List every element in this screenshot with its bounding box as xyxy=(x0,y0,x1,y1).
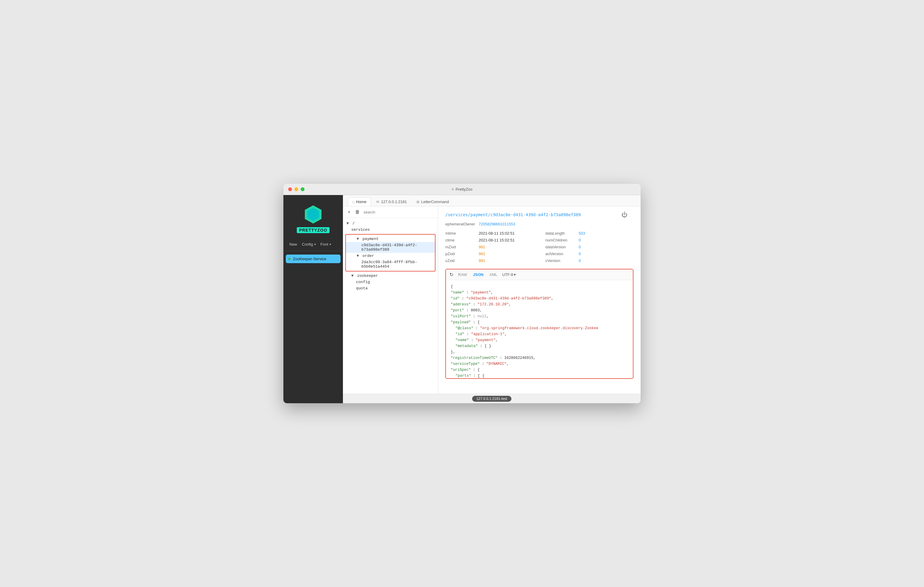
tab-home[interactable]: ⌂ Home xyxy=(348,197,371,206)
chevron-down-icon: ▾ xyxy=(514,272,516,277)
tree-content: ▼ / services ▼ payment xyxy=(343,218,438,394)
detail-row-aclversion: aclVersion 0 xyxy=(545,252,634,256)
ephem-owner-label: ephemeralOwner xyxy=(446,222,475,226)
tab-server[interactable]: ✉ 127.0.0.1:2181 xyxy=(372,198,411,206)
toggle-icon: ▼ xyxy=(346,221,349,226)
code-area: { "name" : "payment", "id" : "c9d3ac8e-d… xyxy=(446,280,633,378)
detail-row-cversion: cVersion 0 xyxy=(545,258,634,263)
viewer-toolbar: ↻ RAW JSON XML UTF-8 ▾ xyxy=(446,270,633,280)
tree-node-quota[interactable]: quota xyxy=(343,285,438,291)
code-line: "port" : 8003, xyxy=(451,307,628,313)
code-line: "sslPort" : null, xyxy=(451,313,628,319)
code-line: "parts" : [ { xyxy=(451,373,628,378)
titlebar: PrettyZoo xyxy=(284,184,640,195)
data-viewer: ↻ RAW JSON XML UTF-8 ▾ { "name" : "payme… xyxy=(446,269,634,379)
logo-hex xyxy=(303,204,323,225)
detail-row-mtime: mtime 2021-08-11 15:02:51 xyxy=(446,231,533,235)
sidebar-nav: ZooKeeper-Service xyxy=(284,251,343,267)
font-chevron-icon: ▾ xyxy=(330,243,331,246)
bottom-bar: 127.0.0.1:2181-test xyxy=(343,394,640,403)
detail-row-mzxid: mZxid 991 xyxy=(446,245,533,249)
window-title: PrettyZoo xyxy=(452,187,472,191)
delete-node-button[interactable]: 🗑 xyxy=(354,209,361,215)
tree-node-services[interactable]: services xyxy=(343,227,438,233)
title-text: PrettyZoo xyxy=(456,187,472,191)
detail-path: /services/payment/c9d3ac8e-d431-439d-a4f… xyxy=(446,212,634,217)
tree-node-order-uuid[interactable]: 2da3cc99-3a84-4fff-8fbb-b5b0e51a4454 xyxy=(346,259,435,270)
power-button[interactable]: ⏻ xyxy=(622,211,627,218)
detail-row-pzxid: pZxid 991 xyxy=(446,252,533,256)
traffic-lights xyxy=(288,187,305,191)
font-button[interactable]: Font ▾ xyxy=(319,242,332,247)
toggle-icon: ▼ xyxy=(356,254,359,258)
code-line: "registrationTimeUTC" : 1628662246915, xyxy=(451,355,628,361)
tabs-bar: ⌂ Home ✉ 127.0.0.1:2181 ⊞ LetterCommand xyxy=(343,195,640,206)
code-line: "serviceType" : "DYNAMIC", xyxy=(451,361,628,367)
add-node-button[interactable]: + xyxy=(346,209,351,215)
tree-node-config[interactable]: config xyxy=(343,279,438,285)
sidebar-item-zookeeper-service[interactable]: ZooKeeper-Service xyxy=(286,255,340,263)
code-line: "id" : "c9d3ac8e-d431-439d-a4f2-b73a098e… xyxy=(451,296,628,301)
tab-json[interactable]: JSON xyxy=(472,272,485,278)
toggle-icon: ▼ xyxy=(356,237,359,241)
tab-letter[interactable]: ⊞ LetterCommand xyxy=(412,198,453,206)
detail-grid: mtime 2021-08-11 15:02:51 dataLength 503… xyxy=(446,231,634,263)
tab-server-label: 127.0.0.1:2181 xyxy=(381,199,407,204)
tree-node-order[interactable]: ▼ order xyxy=(346,253,435,259)
code-line: "metadata" : { } xyxy=(451,343,628,349)
tree-toolbar: + 🗑 xyxy=(343,206,438,218)
maximize-button[interactable] xyxy=(301,187,305,191)
tree-node-zookeeper[interactable]: ▼ zookeeper xyxy=(343,273,438,279)
tab-letter-label: LetterCommand xyxy=(421,199,449,204)
refresh-button[interactable]: ↻ xyxy=(449,272,454,278)
tree-search-input[interactable] xyxy=(363,210,434,214)
code-line: "uriSpec" : { xyxy=(451,367,628,373)
tab-home-label: Home xyxy=(356,199,366,204)
code-line: "address" : "172.20.10.20", xyxy=(451,301,628,307)
new-button[interactable]: New xyxy=(288,242,298,247)
detail-row-numchildren: numChildren 0 xyxy=(545,238,634,242)
app-body: PRETTYZOO New Config ▾ Font ▾ ZooKee xyxy=(284,195,640,403)
server-icon: ✉ xyxy=(376,200,379,204)
config-button[interactable]: Config ▾ xyxy=(301,242,317,247)
detail-row-ctime: ctime 2021-08-11 15:02:51 xyxy=(446,238,533,242)
tree-node-payment[interactable]: ▼ payment xyxy=(346,236,435,242)
logo-text: PRETTYZOO xyxy=(297,227,330,233)
sidebar-item-label: ZooKeeper-Service xyxy=(293,257,326,261)
tree-node-payment-uuid[interactable]: c9d3ac8e-d431-439d-a4f2-b73a098ef389 xyxy=(346,242,435,253)
detail-panel: /services/payment/c9d3ac8e-d431-439d-a4f… xyxy=(438,206,640,394)
sidebar: PRETTYZOO New Config ▾ Font ▾ ZooKee xyxy=(284,195,343,403)
toggle-icon: ▼ xyxy=(351,274,354,278)
home-icon: ⌂ xyxy=(352,200,354,204)
tab-raw[interactable]: RAW xyxy=(457,272,468,278)
code-line: "name" : "payment", xyxy=(451,289,628,296)
config-chevron-icon: ▾ xyxy=(314,243,316,246)
sidebar-actions: New Config ▾ Font ▾ xyxy=(284,239,343,251)
minimize-button[interactable] xyxy=(294,187,298,191)
bottom-status: 127.0.0.1:2181-test xyxy=(472,396,511,402)
code-line: { xyxy=(451,284,628,289)
ephem-owner-row: ephemeralOwner 72058298661011553 xyxy=(446,222,634,226)
connection-status-dot xyxy=(288,258,290,260)
tree-group-highlighted: ▼ payment c9d3ac8e-d431-439d-a4f2-b73a09… xyxy=(345,234,436,271)
code-line: "name" : "payment", xyxy=(451,337,628,343)
content-split: + 🗑 ▼ / services xyxy=(343,206,640,394)
logo-area: PRETTYZOO xyxy=(284,201,343,239)
detail-row-dataversion: dataVersion 0 xyxy=(545,245,634,249)
code-line: }, xyxy=(451,349,628,355)
letter-icon: ⊞ xyxy=(416,200,419,204)
code-line: "payload" : { xyxy=(451,319,628,325)
detail-row-czxid: cZxid 991 xyxy=(446,258,533,263)
tree-panel: + 🗑 ▼ / services xyxy=(343,206,438,394)
ephem-owner-value: 72058298661011553 xyxy=(478,222,515,226)
app-window: PrettyZoo PRETTYZOO New Config ▾ xyxy=(284,184,640,403)
code-line: "id" : "application-1", xyxy=(451,331,628,337)
code-line: "@class" : "org.springframework.cloud.zo… xyxy=(451,325,628,331)
close-button[interactable] xyxy=(288,187,292,191)
encoding-selector[interactable]: UTF-8 ▾ xyxy=(502,272,516,277)
main-content: ⌂ Home ✉ 127.0.0.1:2181 ⊞ LetterCommand … xyxy=(343,195,640,403)
tab-xml[interactable]: XML xyxy=(488,272,498,278)
tree-node-root[interactable]: ▼ / xyxy=(343,220,438,227)
detail-row-datalength: dataLength 503 xyxy=(545,231,634,235)
